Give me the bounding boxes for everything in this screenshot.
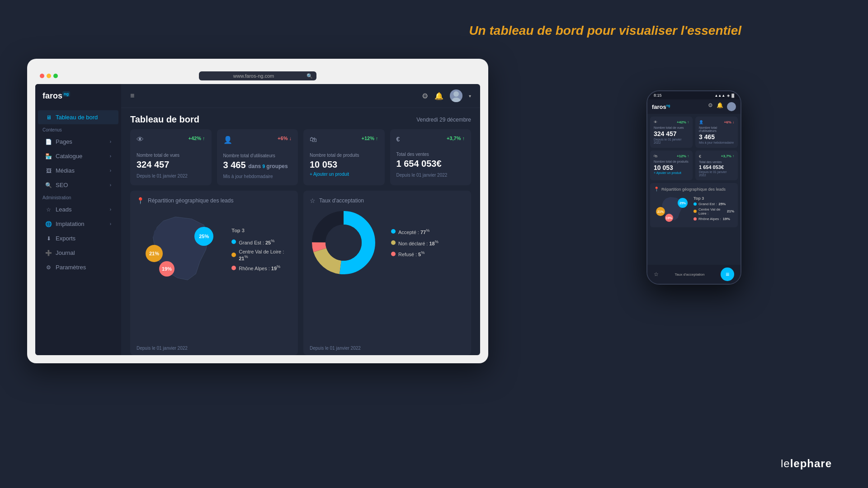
sidebar-item-parametres[interactable]: ⚙ Paramètres [38, 260, 118, 274]
page-date: Vendredi 29 décembre [416, 117, 471, 123]
hamburger-icon[interactable]: ≡ [130, 92, 134, 100]
legend-label-grand-est: Grand Est : 25% [239, 239, 274, 245]
donut-legend-refused: Refusé : 5% [391, 250, 439, 257]
phone-views-footer: Depuis le 01 janvier 2022 [654, 138, 689, 144]
window-controls [40, 74, 58, 78]
phone-cards-grid: 👁 +42% ↑ Nombre total de vues 324 457 De… [647, 114, 741, 183]
battery-icon: ▓ [731, 94, 734, 98]
page-header: Tableau de bord Vendredi 29 décembre [121, 108, 480, 129]
phone-map-legend: Top 3 Grand Est : 25% Centre Val de Loir… [693, 196, 734, 222]
phone-bottom-label: Taux d'acceptation [675, 272, 704, 277]
minimize-button[interactable] [47, 74, 51, 78]
phone-bubble-25: 25% [678, 198, 688, 208]
implatation-label: Implatation [56, 221, 85, 227]
administration-section-label: Administration [35, 192, 121, 202]
sidebar-item-medias[interactable]: 🖼 Médias › [38, 164, 118, 178]
sales-value: 1 654 053€ [396, 159, 465, 169]
views-label: Nombre total de vues [137, 153, 205, 158]
donut-legend-undeclared: Non déclaré : 18% [391, 239, 439, 246]
address-bar[interactable]: www.faros-ng.com 🔍 [199, 71, 316, 80]
phone-notification-icon[interactable]: 🔔 [717, 102, 723, 111]
pages-label: Pages [56, 138, 72, 145]
catalogue-chevron: › [110, 154, 111, 159]
legend-label-rhone: Rhône Alpes : 19% [239, 264, 280, 271]
map-legend: Top 3 Grand Est : 25% Centre Val de Loir… [231, 228, 292, 271]
notification-icon[interactable]: 🔔 [434, 92, 443, 100]
phone-sales-badge: +3,7% ↑ [721, 154, 734, 159]
geo-title: Répartition géographique des leads [148, 197, 233, 204]
sidebar-item-implatation[interactable]: 🌐 Implatation › [38, 217, 118, 231]
phone-star-icon[interactable]: ☆ [654, 271, 659, 277]
phone-stat-card-views: 👁 +42% ↑ Nombre total de vues 324 457 De… [650, 117, 693, 148]
phone-add-product-link[interactable]: + Ajouter un produit [654, 171, 689, 174]
exports-icon: ⬇ [45, 235, 52, 242]
signal-icon: ▲▲▲ [714, 94, 725, 98]
sales-icon: € [396, 136, 400, 143]
donut-legend-accepted: Accepté : 77% [391, 228, 439, 235]
sidebar-item-seo[interactable]: 🔍 SEO › [38, 178, 118, 192]
sidebar-item-pages[interactable]: 📄 Pages › [38, 135, 118, 149]
phone-settings-icon[interactable]: ⚙ [708, 102, 713, 111]
phone-statusbar: 8:15 ▲▲▲ ◈ ▓ [647, 91, 741, 99]
sidebar-item-journal[interactable]: ➕ Journal [38, 246, 118, 260]
phone-fab-button[interactable]: ≡ [721, 267, 734, 281]
leads-chevron: › [110, 207, 111, 212]
products-value: 10 053 [310, 160, 378, 170]
stat-card-products: 🛍 +12% ↑ Nombre total de produits 10 053… [303, 129, 385, 185]
users-icon: 👤 [223, 136, 232, 144]
map-bubble-25: 25% [194, 227, 213, 246]
phone-dot-centre [693, 210, 697, 213]
dashboard-icon: 🖥 [45, 114, 52, 121]
phone-stat-card-sales: € +3,7% ↑ Total des ventes 1 654 053€ De… [695, 150, 738, 180]
legend-item-centre: Centre Val de Loire : 21% [231, 249, 292, 261]
app-container: farosng 🖥 Tableau de bord Contenus 📄 Pag… [35, 84, 480, 355]
parametres-icon: ⚙ [45, 264, 52, 271]
sidebar-item-dashboard[interactable]: 🖥 Tableau de bord [38, 110, 118, 124]
lephare-brand: lelephare [781, 457, 832, 470]
map-bubble-21: 21% [146, 245, 163, 262]
geo-card: 📍 Répartition géographique des leads 25 [130, 191, 298, 355]
views-footer: Depuis le 01 janvier 2022 [137, 174, 205, 178]
phone-products-icon: 🛍 [654, 154, 657, 158]
phone-map-section: 📍 Répartition géographique des leads 25%… [650, 183, 738, 227]
geo-footer: Depuis le 01 janvier 2022 [137, 346, 188, 351]
svg-point-6 [326, 225, 362, 261]
avatar[interactable] [450, 89, 462, 102]
donut-legend: Accepté : 77% Non déclaré : 18% Refusé :… [391, 228, 439, 257]
sidebar-item-catalogue[interactable]: 🏪 Catalogue › [38, 149, 118, 163]
sidebar-item-leads[interactable]: ☆ Leads › [38, 202, 118, 216]
phone-products-value: 10 053 [654, 164, 689, 171]
phone-dot-grand-est [693, 202, 697, 206]
donut-svg [310, 209, 377, 277]
dot-refused [391, 252, 396, 256]
sales-badge: +3,7% ↑ [447, 136, 465, 141]
leads-icon: ☆ [45, 206, 52, 213]
search-icon: 🔍 [307, 73, 313, 79]
users-footer: Mis à jour hebdomadaire [223, 174, 292, 179]
svg-point-0 [453, 91, 459, 97]
maximize-button[interactable] [53, 74, 58, 78]
add-product-link[interactable]: + Ajouter un produit [310, 172, 378, 177]
implatation-icon: 🌐 [45, 221, 52, 227]
legend-dot-centre [231, 253, 236, 257]
settings-icon[interactable]: ⚙ [422, 92, 428, 100]
leads-label: Leads [56, 206, 71, 213]
phone-sales-footer: Depuis le 01 janvier 2022 [699, 170, 734, 177]
phone-sales-label: Total des ventes [699, 160, 734, 164]
avatar-caret[interactable]: ▾ [469, 94, 471, 99]
implatation-chevron: › [110, 221, 111, 226]
laptop-mockup: www.faros-ng.com 🔍 farosng 🖥 Tableau de … [27, 59, 488, 384]
sidebar-item-exports[interactable]: ⬇ Exports [38, 231, 118, 245]
medias-label: Médias [56, 167, 75, 174]
parametres-label: Paramètres [56, 264, 86, 271]
france-map-container: 25% 21% 19% [137, 209, 222, 290]
phone-legend-rhone: Rhône Alpes : 19% [693, 217, 734, 221]
products-icon: 🛍 [310, 136, 317, 144]
phone-users-badge: +6% ↓ [724, 120, 734, 124]
views-icon: 👁 [137, 136, 144, 144]
phone-stat-card-users: 👤 +6% ↓ Nombre total d'utilisateurs 3 46… [695, 117, 738, 148]
phone-avatar[interactable] [727, 102, 736, 111]
sidebar-logo: farosng [35, 91, 121, 110]
topbar: ≡ ⚙ 🔔 ▾ [121, 84, 480, 108]
close-button[interactable] [40, 74, 44, 78]
